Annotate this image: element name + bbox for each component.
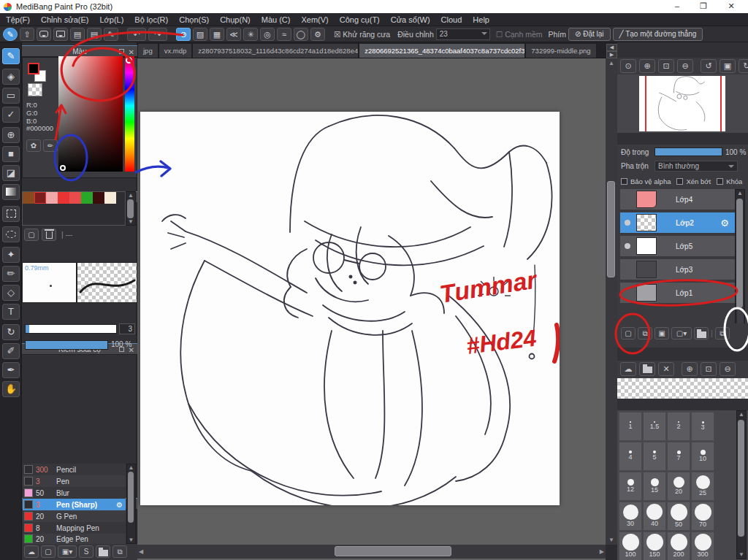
chat-button[interactable]: [53, 28, 68, 41]
rotate-ccw-button[interactable]: ↺: [701, 59, 717, 73]
layer-visible-icon[interactable]: [625, 243, 630, 249]
magic-wand-tool[interactable]: ✦: [2, 247, 20, 263]
lock-checkbox[interactable]: Khóa: [717, 177, 742, 185]
canvas[interactable]: Tummar #Hd24: [140, 112, 560, 505]
rotate-view-tool[interactable]: ↻: [2, 324, 20, 340]
upload-button[interactable]: ⇧: [20, 28, 34, 41]
tab-document-2[interactable]: z2807937518032_1116d43c86cd274a1d18ed828…: [192, 43, 359, 58]
measure-tool[interactable]: ✒: [2, 362, 20, 378]
brush-width-value[interactable]: 3: [119, 323, 135, 334]
brush-size-cell-40[interactable]: 40: [643, 502, 666, 531]
snap-vanishing-button[interactable]: ≪: [226, 28, 241, 41]
snap-parallel-button[interactable]: ▨: [193, 28, 207, 41]
minimize-button[interactable]: –: [666, 0, 688, 13]
saturation-value-picker[interactable]: [58, 56, 123, 172]
reset-button[interactable]: ⊘ Đặt lại: [568, 28, 611, 41]
menu-view[interactable]: Xem(V): [301, 15, 328, 24]
tab-scroll-right-button[interactable]: ▶: [606, 51, 617, 58]
brush-size-cell-300[interactable]: 300: [691, 532, 714, 560]
script-brush-button[interactable]: S: [79, 545, 94, 558]
delete-color-button[interactable]: [42, 229, 56, 241]
brush-size-cell-4[interactable]: 4: [619, 442, 642, 471]
brush-row-pen[interactable]: 3 Pen: [23, 475, 126, 487]
undo-button[interactable]: ↶: [127, 28, 146, 41]
select-pen-tool[interactable]: ✏: [2, 266, 20, 282]
navigator-view[interactable]: [617, 74, 748, 133]
palette-swatch-selected[interactable]: [34, 192, 46, 204]
tab-document-0[interactable]: jpg: [137, 43, 159, 58]
snap-settings-button[interactable]: ⚙: [310, 28, 325, 41]
tab-document-4[interactable]: 732999-middle.png: [525, 43, 596, 58]
brush-row-blur[interactable]: 50 Blur: [23, 487, 126, 499]
eyedropper-tool[interactable]: ✐: [2, 343, 20, 359]
brush-size-cell-1.5[interactable]: 1.5: [643, 412, 666, 441]
scroll-right-arrow[interactable]: ▶: [600, 548, 604, 555]
brush-size-cell-12[interactable]: 12: [619, 472, 642, 501]
layer-visible-icon[interactable]: [625, 220, 630, 226]
palette-swatch[interactable]: [69, 192, 81, 204]
close-button[interactable]: ✕: [720, 0, 742, 13]
menu-capture[interactable]: Chụp(N): [220, 15, 251, 24]
reference-zoom-out-button[interactable]: ⊖: [720, 362, 736, 376]
layer-row-lop4[interactable]: Lớp4: [620, 189, 735, 211]
lasso-tool[interactable]: [2, 226, 20, 242]
rotate-reset-button[interactable]: ↻: [739, 59, 748, 73]
clipping-checkbox[interactable]: Xén bớt: [676, 177, 711, 185]
scroll-down-arrow[interactable]: ▼: [606, 537, 617, 543]
brush-size-cell-20[interactable]: 20: [667, 472, 690, 501]
polyline-tool[interactable]: ✓: [2, 107, 20, 123]
brush-size-cell-150[interactable]: 150: [643, 532, 666, 560]
menu-tools[interactable]: Công cụ(T): [340, 15, 380, 24]
eraser-tool[interactable]: ◈: [2, 69, 20, 85]
add-brush-button[interactable]: ▢: [41, 545, 56, 558]
adjust-dropdown[interactable]: 23: [436, 28, 490, 40]
brush-row-mapping-pen[interactable]: 8 Mapping Pen: [23, 522, 126, 534]
layer-row-lop3[interactable]: Lớp3: [620, 259, 735, 281]
scroll-left-arrow[interactable]: ◀: [139, 548, 143, 555]
bucket-tool[interactable]: ◪: [2, 165, 20, 181]
gradient-tool[interactable]: [2, 184, 20, 200]
brush-size-cell-200[interactable]: 200: [667, 532, 690, 560]
cloud-app-button[interactable]: ✎: [3, 28, 18, 41]
zoom-actual-button[interactable]: ⊙: [620, 59, 636, 73]
shape-fill-tool[interactable]: ■: [2, 146, 20, 162]
duplicate-layer-button[interactable]: ⧉: [638, 327, 652, 340]
brush-folder-button[interactable]: [96, 545, 110, 558]
brush-list-scrollbar[interactable]: ▲▼: [126, 464, 136, 544]
brush-size-cell-100[interactable]: 100: [619, 532, 642, 560]
layer-list-scrollbar[interactable]: ▲ ▼: [735, 189, 745, 345]
palette-scrollbar[interactable]: ▲▼: [126, 191, 136, 226]
compose-button[interactable]: ✎: [104, 28, 118, 41]
hue-cursor[interactable]: [126, 57, 132, 64]
palette-swatch[interactable]: [93, 192, 104, 204]
layer-folder-button[interactable]: [694, 327, 709, 340]
hand-tool[interactable]: ✋: [2, 381, 20, 397]
snap-curve-button[interactable]: ≈: [277, 28, 291, 41]
tab-document-3[interactable]: z2806692521365_48374c0baaf4037c8a737cdc0…: [359, 43, 525, 58]
hue-slider[interactable]: [125, 56, 134, 172]
add-layer-button[interactable]: ▢: [621, 327, 636, 340]
brush-size-scrollbar[interactable]: ▲▼: [736, 410, 747, 559]
palette-swatch[interactable]: [46, 192, 58, 204]
brush-size-cell-3[interactable]: 3: [691, 412, 714, 441]
palette-swatch[interactable]: [104, 192, 116, 204]
zoom-in-button[interactable]: ⊕: [639, 59, 655, 73]
menu-layer[interactable]: Lớp(L): [99, 15, 123, 24]
palette-swatch[interactable]: [81, 192, 93, 204]
tab-document-1[interactable]: vx.mdp: [159, 43, 193, 58]
brush-settings-gear-icon[interactable]: ⚙: [116, 501, 123, 509]
merge-layer-button[interactable]: ⧉: [715, 327, 730, 340]
add-brush-from-image-button[interactable]: ▣▾: [58, 545, 77, 558]
reference-view[interactable]: [617, 378, 748, 399]
sv-cursor[interactable]: [60, 165, 66, 171]
brush-size-cell-30[interactable]: 30: [619, 502, 642, 531]
palette-swatch[interactable]: [23, 192, 34, 204]
brush-size-cell-2[interactable]: 2: [667, 412, 690, 441]
canvas-vscrollbar[interactable]: ▲ ▼: [606, 58, 617, 545]
add-color-button[interactable]: ▢: [24, 229, 39, 241]
list-button[interactable]: ▤: [87, 28, 102, 41]
text-tool[interactable]: T: [2, 304, 20, 320]
reference-clear-button[interactable]: ✕: [658, 362, 674, 376]
color-picker-mode-button[interactable]: ✏: [43, 139, 58, 152]
snap-grid-button[interactable]: ▦: [210, 28, 224, 41]
